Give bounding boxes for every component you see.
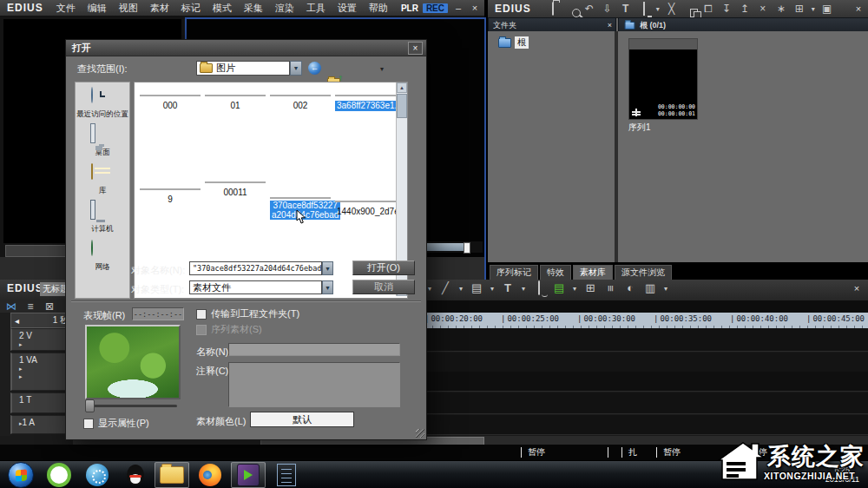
pin-down-icon[interactable]: ↧ bbox=[720, 3, 733, 15]
menu-settings[interactable]: 设置 bbox=[332, 1, 363, 16]
dropdown-caret-icon[interactable]: ▾ bbox=[428, 285, 431, 293]
trim-mode-icon[interactable]: ╱ bbox=[439, 282, 451, 294]
scale-left-caret-icon[interactable]: ◂ bbox=[15, 316, 19, 326]
menu-tools[interactable]: 工具 bbox=[300, 1, 332, 16]
export-icon[interactable]: ▤ bbox=[553, 282, 565, 294]
file-thumbnail[interactable] bbox=[140, 95, 201, 96]
menu-view[interactable]: 视图 bbox=[113, 1, 144, 16]
undo-icon[interactable]: ↶ bbox=[583, 3, 595, 15]
menu-mode[interactable]: 模式 bbox=[207, 1, 238, 16]
file-thumbnail[interactable] bbox=[205, 181, 266, 183]
file-thumbnail[interactable] bbox=[205, 95, 266, 96]
settings-icon[interactable]: ∗ bbox=[775, 3, 787, 15]
dropdown-caret-icon[interactable]: ▾ bbox=[812, 5, 815, 13]
menu-file[interactable]: 文件 bbox=[50, 1, 82, 16]
file-item[interactable]: 9 bbox=[140, 188, 201, 206]
file-item[interactable]: 002 bbox=[270, 95, 331, 112]
tab-bin[interactable]: 素材库 bbox=[573, 265, 613, 280]
file-item[interactable]: 00011 bbox=[205, 181, 266, 199]
voiceover-mic-icon[interactable] bbox=[533, 282, 545, 294]
monitor-icon[interactable] bbox=[638, 3, 650, 15]
tab-source-browser[interactable]: 源文件浏览 bbox=[615, 265, 672, 280]
taskbar-item-qq-player[interactable] bbox=[80, 462, 115, 488]
look-in-dropdown-icon[interactable]: ▼ bbox=[290, 61, 302, 76]
paste-icon[interactable]: ⧠ bbox=[702, 3, 714, 15]
menu-capture[interactable]: 采集 bbox=[238, 1, 269, 16]
file-name-dropdown-icon[interactable]: ▼ bbox=[322, 261, 333, 275]
dropdown-caret-icon[interactable]: ▾ bbox=[380, 65, 384, 73]
scroll-up-icon[interactable]: ▲ bbox=[397, 82, 407, 93]
windows-start-button[interactable] bbox=[3, 462, 38, 488]
close-icon[interactable]: × bbox=[469, 3, 481, 13]
cut-icon[interactable]: ╳ bbox=[666, 3, 678, 15]
audio-mixer-icon[interactable]: ≡ bbox=[604, 282, 616, 294]
tab-effects[interactable]: 特效 bbox=[540, 265, 571, 280]
expander-icon[interactable]: ▸ bbox=[19, 341, 72, 348]
file-thumbnail[interactable] bbox=[335, 95, 396, 96]
capture-icon[interactable]: ⇩ bbox=[602, 3, 614, 15]
resize-grip[interactable] bbox=[416, 429, 424, 438]
ripple-mode-icon[interactable]: ≡ bbox=[24, 300, 36, 313]
timeline-scale-selector[interactable]: ◂ 1 秒 bbox=[10, 313, 73, 328]
dropdown-caret-icon[interactable]: ▾ bbox=[459, 285, 463, 293]
place-desktop[interactable]: 桌面 bbox=[75, 126, 130, 156]
file-thumbnail[interactable] bbox=[140, 188, 201, 190]
place-computer[interactable]: 计算机 bbox=[75, 202, 130, 233]
delete-icon[interactable]: × bbox=[757, 3, 769, 15]
menu-marker[interactable]: 标记 bbox=[175, 1, 207, 16]
clip-icon[interactable]: ▤ bbox=[470, 282, 483, 294]
file-type-select[interactable]: 素材文件 bbox=[189, 280, 322, 294]
track-header-1a[interactable]: ▸1 A bbox=[10, 415, 73, 434]
layout-grid-icon[interactable]: ⊞ bbox=[793, 3, 806, 15]
tree-item-root[interactable]: 根 bbox=[498, 36, 529, 49]
taskbar-item-360-browser[interactable] bbox=[42, 462, 76, 488]
archive-icon[interactable]: ▣ bbox=[821, 3, 833, 15]
poster-timecode-box[interactable]: --:--:--:-- bbox=[132, 307, 184, 320]
expander-icon[interactable]: ▸ bbox=[19, 373, 72, 380]
poster-slider-track[interactable] bbox=[87, 405, 177, 407]
checkbox-icon[interactable] bbox=[196, 309, 207, 320]
open-button[interactable]: 打开(O) bbox=[352, 260, 415, 275]
taskbar-item-firefox[interactable] bbox=[193, 462, 227, 488]
dropdown-caret-icon[interactable]: ▾ bbox=[656, 5, 660, 13]
file-name-input[interactable]: "370ace8df53227a204d64c76ebad4620.jpg bbox=[189, 261, 322, 275]
cancel-button[interactable]: 取消 bbox=[352, 280, 415, 294]
close-icon[interactable]: × bbox=[851, 283, 863, 293]
file-thumbnail[interactable] bbox=[270, 197, 331, 199]
taskbar-item-explorer[interactable] bbox=[155, 462, 189, 488]
title-icon[interactable]: T bbox=[620, 3, 632, 15]
add-point-icon[interactable]: ↥ bbox=[739, 3, 751, 15]
minimize-icon[interactable]: – bbox=[452, 3, 464, 13]
look-in-combo[interactable]: 图片 bbox=[196, 61, 290, 76]
rec-mode-badge[interactable]: REC bbox=[423, 3, 448, 13]
file-item-selected[interactable]: 3a68ff27363e1... bbox=[335, 95, 396, 112]
taskbar-item-qq[interactable] bbox=[118, 462, 153, 488]
clip-card-sequence[interactable]: 00:00:00:00 00:00:00:01 bbox=[628, 38, 698, 120]
show-properties-checkbox[interactable]: 显示属性(P) bbox=[83, 417, 149, 430]
menu-render[interactable]: 渲染 bbox=[269, 1, 300, 16]
grid-icon[interactable]: ⊞ bbox=[584, 282, 596, 294]
place-recent[interactable]: 最近访问的位置 bbox=[75, 88, 130, 118]
menu-clip[interactable]: 素材 bbox=[144, 1, 175, 16]
close-icon[interactable]: × bbox=[852, 3, 865, 14]
dropdown-caret-icon[interactable]: ▾ bbox=[522, 285, 525, 293]
default-color-button[interactable]: 默认 bbox=[250, 412, 354, 427]
plr-mode-label[interactable]: PLR bbox=[401, 3, 418, 13]
track-header-2v[interactable]: 2 V▸ bbox=[10, 328, 73, 351]
sync-mode-icon[interactable]: ⊠ bbox=[43, 300, 56, 313]
tab-sequence-marker[interactable]: 序列标记 bbox=[490, 265, 538, 280]
poster-slider-knob[interactable] bbox=[85, 399, 95, 412]
place-network[interactable]: 网络 bbox=[75, 241, 130, 271]
file-thumbnail[interactable] bbox=[270, 95, 331, 96]
track-patch-icon[interactable]: ⋈ bbox=[5, 300, 17, 313]
place-libraries[interactable]: 库 bbox=[75, 164, 130, 195]
file-type-dropdown-icon[interactable]: ▼ bbox=[322, 280, 333, 294]
title-icon[interactable]: T bbox=[502, 282, 514, 294]
scrollbar-thumb[interactable] bbox=[397, 94, 407, 118]
comment-textarea[interactable] bbox=[228, 362, 400, 407]
file-item-selected[interactable]: 370ace8df53227 a204d64c76ebad bbox=[270, 197, 331, 221]
back-icon[interactable]: ← bbox=[307, 61, 322, 76]
vectorscope-icon[interactable]: ◐ bbox=[624, 282, 636, 294]
file-item[interactable]: 1440x900_2d7e... bbox=[335, 201, 396, 218]
file-item[interactable]: 000 bbox=[140, 95, 201, 112]
